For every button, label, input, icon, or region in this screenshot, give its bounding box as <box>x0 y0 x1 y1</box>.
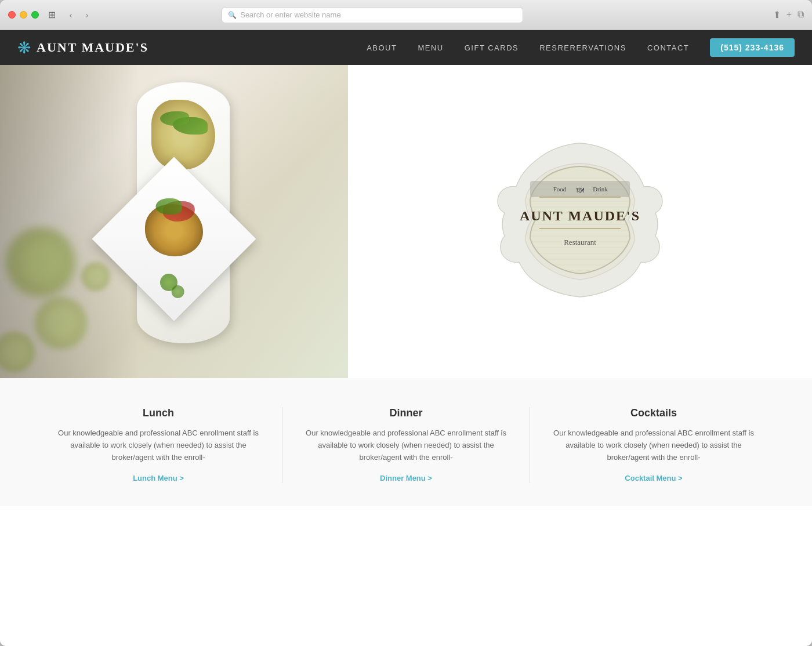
brand-logo[interactable]: ❋ AUNT MAUDE'S <box>17 38 148 57</box>
navbar: ❋ AUNT MAUDE'S ABOUT MENU GIFT CARDS RES… <box>0 30 812 65</box>
hero-badge-area: Food Drink 🍽 AUNT MAUDE'S Restaurant <box>348 65 812 378</box>
svg-text:Drink: Drink <box>593 186 608 193</box>
svg-text:AUNT MAUDE'S: AUNT MAUDE'S <box>520 208 640 223</box>
svg-text:🍽: 🍽 <box>577 186 584 194</box>
nav-links: ABOUT MENU GIFT CARDS RESRERERVATIONS CO… <box>367 38 795 57</box>
lunch-description: Our knowledgeable and professional ABC e… <box>58 427 259 463</box>
cocktails-description: Our knowledgeable and professional ABC e… <box>553 427 754 463</box>
lunch-menu-link[interactable]: Lunch Menu > <box>133 474 184 482</box>
cocktail-menu-link[interactable]: Cocktail Menu > <box>625 474 682 482</box>
minimize-button[interactable] <box>20 11 27 19</box>
tabs-button[interactable]: ⊞ <box>48 9 56 20</box>
close-button[interactable] <box>8 11 16 19</box>
browser-window: ⊞ ‹ › 🔍 Search or enter website name ⬆ +… <box>0 0 812 646</box>
svg-text:Food: Food <box>553 186 567 193</box>
dinner-description: Our knowledgeable and professional ABC e… <box>306 427 506 463</box>
nav-gift-cards[interactable]: GIFT CARDS <box>465 43 519 52</box>
garnish-greens-2 <box>160 111 189 126</box>
maximize-button[interactable] <box>31 11 39 19</box>
share-icon[interactable]: ⬆ <box>773 9 781 20</box>
brand-icon: ❋ <box>17 38 31 57</box>
cocktails-column: Cocktails Our knowledgeable and professi… <box>530 407 777 483</box>
new-tab-icon[interactable]: + <box>786 9 792 20</box>
svg-text:Restaurant: Restaurant <box>564 238 596 246</box>
dinner-title: Dinner <box>306 407 506 419</box>
lunch-title: Lunch <box>58 407 259 419</box>
traffic-lights <box>8 11 39 19</box>
back-button[interactable]: ‹ <box>64 8 78 22</box>
restaurant-badge: Food Drink 🍽 AUNT MAUDE'S Restaurant <box>487 129 673 314</box>
food-top <box>151 100 215 169</box>
hero-section: Food Drink 🍽 AUNT MAUDE'S Restaurant <box>0 65 812 378</box>
green-garnish <box>156 198 182 215</box>
search-icon: 🔍 <box>228 11 237 19</box>
dinner-column: Dinner Our knowledgeable and professiona… <box>282 407 530 483</box>
browser-actions: ⬆ + ⧉ <box>773 9 804 20</box>
cocktails-title: Cocktails <box>553 407 754 419</box>
website-content: ❋ AUNT MAUDE'S ABOUT MENU GIFT CARDS RES… <box>0 30 812 646</box>
address-bar[interactable]: 🔍 Search or enter website name <box>222 7 523 23</box>
phone-button[interactable]: (515) 233-4136 <box>710 38 795 57</box>
browser-titlebar: ⊞ ‹ › 🔍 Search or enter website name ⬆ +… <box>0 0 812 30</box>
tabs-icon[interactable]: ⧉ <box>798 9 804 20</box>
dinner-menu-link[interactable]: Dinner Menu > <box>380 474 432 482</box>
forward-button[interactable]: › <box>80 8 94 22</box>
nav-contact[interactable]: CONTACT <box>647 43 689 52</box>
hero-food-image <box>0 65 348 378</box>
nav-about[interactable]: ABOUT <box>367 43 397 52</box>
nav-reservations[interactable]: RESRERERVATIONS <box>539 43 626 52</box>
menu-section: Lunch Our knowledgeable and professional… <box>0 378 812 506</box>
address-text: Search or enter website name <box>240 10 340 19</box>
nav-buttons: ‹ › <box>64 8 94 22</box>
nav-menu[interactable]: MENU <box>418 43 443 52</box>
lunch-column: Lunch Our knowledgeable and professional… <box>35 407 282 483</box>
badge-svg: Food Drink 🍽 AUNT MAUDE'S Restaurant <box>493 135 667 309</box>
sauce-dot-2 <box>172 285 184 298</box>
brand-name: AUNT MAUDE'S <box>37 40 148 55</box>
